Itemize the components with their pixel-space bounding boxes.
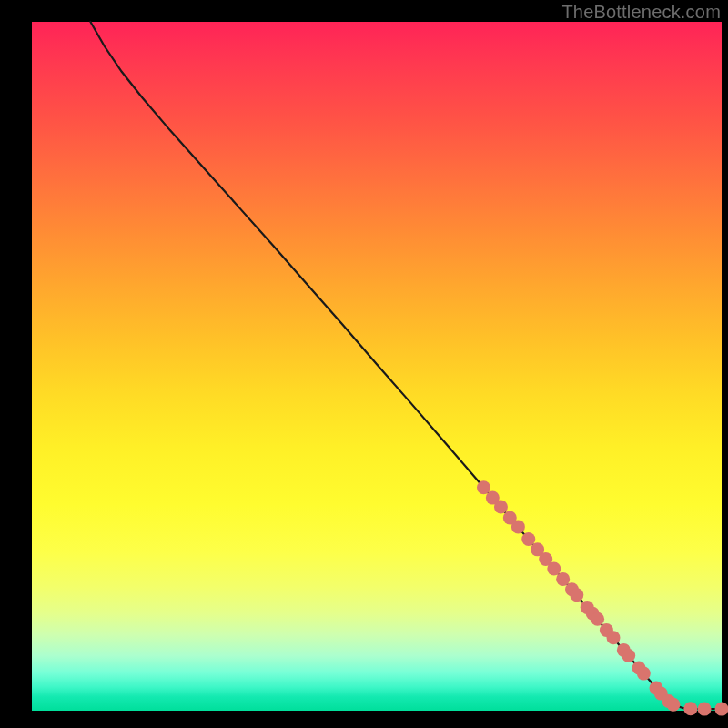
data-marker <box>715 703 729 716</box>
data-marker <box>666 698 680 712</box>
data-marker <box>477 480 490 494</box>
data-marker <box>511 520 525 533</box>
data-marker <box>494 500 508 513</box>
watermark-text: TheBottleneck.com <box>561 2 721 23</box>
marker-group <box>477 480 728 715</box>
data-marker <box>591 612 604 626</box>
data-marker <box>570 588 583 602</box>
data-marker <box>556 572 570 586</box>
plot-area <box>32 22 722 711</box>
chart-stage: TheBottleneck.com <box>0 0 728 728</box>
data-marker <box>683 702 697 715</box>
data-marker <box>698 703 712 716</box>
bottleneck-curve <box>90 22 722 709</box>
data-marker <box>637 667 651 681</box>
chart-svg <box>32 22 722 711</box>
data-marker <box>606 631 620 644</box>
data-marker <box>622 649 635 662</box>
data-marker <box>547 562 561 576</box>
data-marker <box>521 532 535 546</box>
